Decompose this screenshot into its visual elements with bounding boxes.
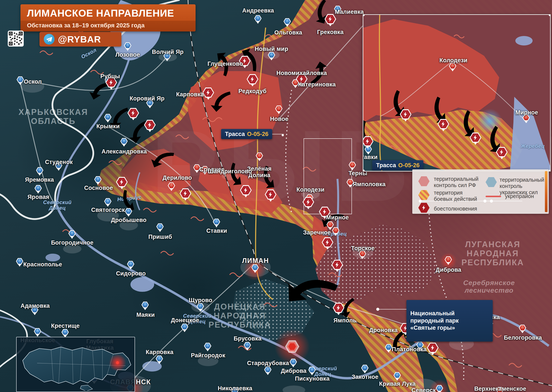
clash-icon [296,74,307,87]
town-marker-ua [385,344,392,353]
highway-badge-inset: ТрассаО-05-26 [372,160,423,170]
town-label: Крестище [51,323,80,329]
clash-icon [470,133,481,146]
town-marker-ua [268,52,275,61]
clash-icon [322,237,333,251]
town-marker-ua [68,230,76,239]
legend-panel: территориальный контроль сил РФ территор… [412,169,549,214]
clash-icon [127,108,139,121]
town-marker-ua [120,138,128,147]
town-marker-rf [359,250,366,259]
town-marker-ua [181,323,188,333]
attack-arrow [214,51,231,77]
clash-icon [400,109,411,123]
town-marker-rf [347,179,354,188]
clash-icon [319,207,331,220]
town-marker-ua [254,15,262,24]
region-label: ХАРЬКОВСКАЯ ОБЛАСТЬ [19,108,88,126]
clash-icon [116,177,128,190]
map-stage: РЫБАРЬ ТрассаО-05-26 КолодезиМирноеСтавк [0,0,552,392]
town-marker-rf [201,166,209,175]
clash-icon [303,197,314,210]
highway-prefix: Трасса [225,131,245,137]
town-marker-ua [125,208,132,217]
town-marker-ua [36,167,43,176]
town-label: Диброва [281,368,307,374]
town-label: Богородичное [51,240,94,246]
highway-prefix: Трасса [376,162,396,168]
town-marker-ua [334,6,341,15]
urban-area [120,220,138,230]
town-label: Сидорово [116,270,146,277]
town-marker-ua [156,223,164,232]
town-marker-rf [445,256,452,265]
town-marker-ua [283,18,291,27]
town-label: Щурово [189,297,212,304]
town-marker-rf [168,182,175,191]
town-marker-ua [290,359,297,368]
clash-icon [496,147,508,160]
town-marker-ua [34,328,41,337]
town-label: Андреевка [242,7,274,14]
inset-map: ТрассаО-05-26 КолодезиМирноеСтавкиЖеребе… [363,14,551,172]
clash-icon [325,14,336,27]
town-marker-rf [349,162,356,171]
river-label: Северский Донец [183,313,212,325]
town-label: Брусовка [234,336,262,342]
town-label: Карповка [146,349,174,356]
town-marker-ua [94,176,102,185]
clash-icon [333,303,344,316]
town-label: Ставки [206,228,227,234]
town-marker-ua [31,307,38,315]
legend-combat-icon [418,190,430,200]
town-marker-ua [436,385,443,392]
town-marker-rf [193,164,200,173]
clash-icon [331,260,343,273]
town-marker-ua [104,198,112,207]
highway-badge: ТрассаО-05-26 [221,129,272,139]
town-marker-ua [163,53,171,62]
town-marker-ua [197,303,204,312]
town-label: Краснополье [23,261,62,268]
clash-icon [240,185,252,198]
qr-pattern [9,32,23,45]
urban-area [283,385,305,392]
town-label: Лозовое [115,52,140,58]
town-marker-ua [308,367,316,376]
town-marker-ua [264,366,271,375]
town-marker-ua [55,162,62,171]
urban-area [21,80,44,93]
town-marker-ua [361,365,368,374]
river-label: Оскол [80,47,98,60]
town-marker-ua [61,329,69,338]
legend-clash-label: боестолкновения [434,206,477,212]
clash-icon [363,136,374,150]
town-label: Райгородок [191,352,225,359]
map-subtitle: Обстановка за 18–19 октября 2025 года [21,21,196,31]
town-marker-ua [127,261,134,270]
clash-icon [239,56,251,69]
town-label: Яремовка [25,177,54,183]
attack-arrow [261,165,277,190]
map-title: ЛИМАНСКОЕ НАПРАВЛЕНИЕ [21,4,196,21]
clash-icon [202,87,214,101]
clash-icon [144,120,156,133]
town-marker-ua [156,355,163,364]
clash-icon [180,188,191,202]
national-park-label: Национальный природный парк «Святые горы… [410,310,459,331]
legend-clash-icon [418,203,430,213]
rybar-channel-badge: @RYBAR [39,32,121,47]
clash-icon [247,74,258,87]
town-marker-rf [496,387,503,392]
town-label: Пришиб [148,234,172,240]
town-marker-rf [256,152,263,161]
urban-area [63,244,82,253]
qr-code [8,31,24,47]
legend-combat-label: территория боевых действий [434,190,477,202]
town-marker-rf [519,325,526,334]
title-banner: ЛИМАНСКОЕ НАПРАВЛЕНИЕ Обстановка за 18–1… [21,4,196,31]
national-park-badge: Национальный природный парк «Святые горы… [406,300,493,342]
town-marker-ua [35,185,42,194]
town-marker-ua [204,343,211,352]
clash-icon [106,77,117,91]
